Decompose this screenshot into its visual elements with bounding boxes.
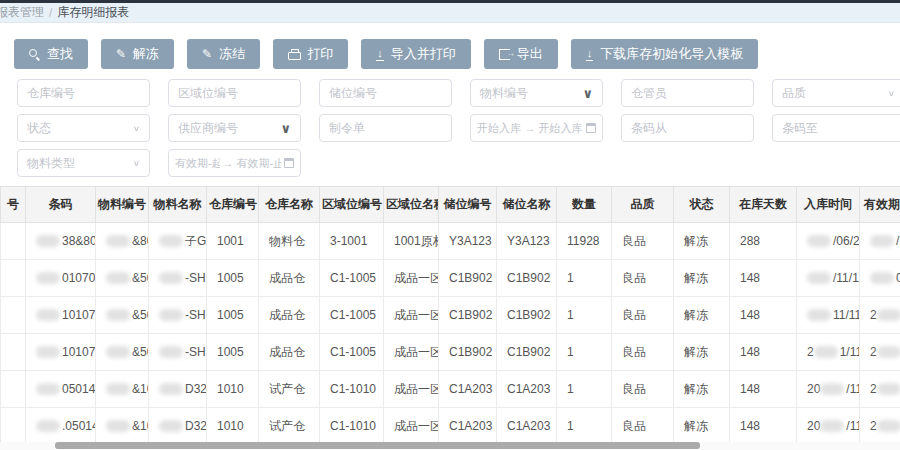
work-order-input[interactable] bbox=[329, 115, 442, 141]
table-cell: 101070... bbox=[26, 334, 96, 371]
redacted-blur bbox=[159, 346, 183, 358]
pencil-icon: ✎ bbox=[202, 48, 212, 60]
download-template-button[interactable]: ↓下载库存初始化导入模板 bbox=[571, 39, 759, 69]
table-cell: 3-1001 bbox=[320, 223, 384, 260]
redacted-blur bbox=[106, 383, 130, 395]
search-button-label: 查找 bbox=[47, 45, 73, 63]
table-cell: &801T... bbox=[96, 223, 149, 260]
storage-location-no-input[interactable] bbox=[329, 80, 442, 106]
chevron-down-icon: ∨ bbox=[582, 86, 593, 101]
table-row[interactable]: 050141...&1034...D32-C21010试产仓C1-1010成品一… bbox=[1, 371, 900, 408]
table-cell: 解冻 bbox=[674, 371, 730, 408]
barcode-from-input[interactable] bbox=[631, 115, 744, 141]
redacted-blur bbox=[807, 272, 831, 284]
table-cell: 148 bbox=[730, 371, 797, 408]
validity-date-range[interactable]: 有效期-起→有效期-止 bbox=[168, 149, 301, 177]
table-cell: 1 bbox=[557, 334, 612, 371]
table-cell: 288 bbox=[730, 223, 797, 260]
column-header: 区域位编号 bbox=[320, 187, 384, 223]
table-cell: D32-C2 bbox=[149, 408, 207, 445]
table-cell: 38&801... bbox=[26, 223, 96, 260]
inbound-date-range-end-placeholder: 开始入库... bbox=[539, 121, 584, 136]
calendar-icon bbox=[284, 158, 294, 168]
status-select[interactable]: 状态∨ bbox=[17, 114, 150, 142]
table-cell: 148 bbox=[730, 408, 797, 445]
table-row[interactable]: 101070...&5001...-SH1...1005成品仓C1-1005成品… bbox=[1, 334, 900, 371]
area-location-no-input[interactable] bbox=[178, 80, 291, 106]
table-cell: 良品 bbox=[612, 297, 674, 334]
table-cell bbox=[1, 371, 26, 408]
download-template-button-label: 下载库存初始化导入模板 bbox=[600, 45, 743, 63]
warehouse-no-input-box bbox=[17, 79, 150, 107]
barcode-to-input-box bbox=[772, 114, 900, 142]
storage-location-no-input-box bbox=[319, 79, 452, 107]
table-cell: 148 bbox=[730, 260, 797, 297]
warehouse-keeper-input[interactable] bbox=[631, 80, 744, 106]
table-cell: 1001 bbox=[207, 223, 259, 260]
export-button[interactable]: →导出 bbox=[484, 39, 558, 69]
calendar-icon bbox=[586, 123, 596, 133]
table-cell: &5001... bbox=[96, 260, 149, 297]
table-cell: 1 bbox=[557, 371, 612, 408]
table-cell bbox=[1, 223, 26, 260]
table-cell: 1001原材料... bbox=[384, 223, 439, 260]
material-no-select[interactable]: 物料编号∨ bbox=[470, 79, 603, 107]
table-cell: D32-C2 bbox=[149, 371, 207, 408]
redacted-blur bbox=[159, 383, 183, 395]
supplier-no-select-placeholder: 供应商编号 bbox=[178, 120, 238, 137]
freeze-button[interactable]: ✎冻结 bbox=[187, 39, 260, 69]
material-type-select[interactable]: 物料类型∨ bbox=[17, 149, 150, 177]
table-row[interactable]: 01070...&5001...-SH1...1005成品仓C1-1005成品一… bbox=[1, 260, 900, 297]
print-button[interactable]: 打印 bbox=[273, 39, 348, 69]
supplier-no-select[interactable]: 供应商编号∨ bbox=[168, 114, 301, 142]
table-cell: 1010 bbox=[207, 371, 259, 408]
table-cell: 1005 bbox=[207, 260, 259, 297]
table-cell: C1-1010 bbox=[320, 408, 384, 445]
export-icon: → bbox=[499, 49, 510, 60]
breadcrumb-current: 库存明细报表 bbox=[57, 4, 129, 21]
column-header: 物料编号 bbox=[96, 187, 149, 223]
import-print-button[interactable]: ↓导入并打印 bbox=[361, 39, 471, 69]
table-row[interactable]: .050141...&1034...D32-C21010试产仓C1-1010成品… bbox=[1, 408, 900, 445]
redacted-blur bbox=[36, 420, 60, 432]
table-cell: Y3A123 bbox=[439, 223, 497, 260]
table-cell: 解冻 bbox=[674, 334, 730, 371]
search-button[interactable]: 查找 bbox=[14, 39, 88, 69]
warehouse-no-input[interactable] bbox=[27, 80, 140, 106]
breadcrumb-parent[interactable]: 报表管理 bbox=[0, 4, 44, 21]
table-cell: 25/14 bbox=[860, 371, 900, 408]
table-row[interactable]: 101070...&5001...-SH1...1005成品仓C1-1005成品… bbox=[1, 297, 900, 334]
redacted-blur bbox=[36, 383, 60, 395]
table-cell: C1A203 bbox=[497, 408, 557, 445]
table-cell: &1034... bbox=[96, 408, 149, 445]
column-header: 数量 bbox=[557, 187, 612, 223]
redacted-blur bbox=[106, 309, 130, 321]
table-row[interactable]: 38&801...&801T...子G121001物料仓3-10011001原材… bbox=[1, 223, 900, 260]
column-header: 在库天数 bbox=[730, 187, 797, 223]
column-header: 有效期 bbox=[860, 187, 900, 223]
column-header: 仓库编号 bbox=[207, 187, 259, 223]
import-print-button-label: 导入并打印 bbox=[391, 45, 456, 63]
table-cell bbox=[1, 260, 26, 297]
redacted-blur bbox=[877, 346, 900, 358]
table-cell: -SH1... bbox=[149, 334, 207, 371]
redacted-blur bbox=[820, 383, 844, 395]
quality-select[interactable]: 品质∨ bbox=[772, 79, 900, 107]
barcode-to-input[interactable] bbox=[782, 115, 895, 141]
redacted-blur bbox=[159, 235, 183, 247]
export-button-label: 导出 bbox=[517, 45, 543, 63]
table-cell: 良品 bbox=[612, 371, 674, 408]
search-icon bbox=[29, 49, 40, 60]
table-cell: 良品 bbox=[612, 334, 674, 371]
horizontal-scrollbar-thumb[interactable] bbox=[55, 442, 700, 449]
column-header: 状态 bbox=[674, 187, 730, 223]
filter-row: 物料类型∨有效期-起→有效期-止 bbox=[17, 149, 900, 177]
unfreeze-button[interactable]: ✎解冻 bbox=[101, 39, 174, 69]
table-cell: C1B902 bbox=[497, 260, 557, 297]
inbound-date-range[interactable]: 开始入库...→开始入库... bbox=[470, 114, 603, 142]
table-cell: 1 bbox=[557, 408, 612, 445]
work-order-input-box bbox=[319, 114, 452, 142]
table-cell: 成品仓 bbox=[259, 260, 320, 297]
column-header: 入库时间 bbox=[797, 187, 860, 223]
table-cell: /12/21 bbox=[860, 223, 900, 260]
